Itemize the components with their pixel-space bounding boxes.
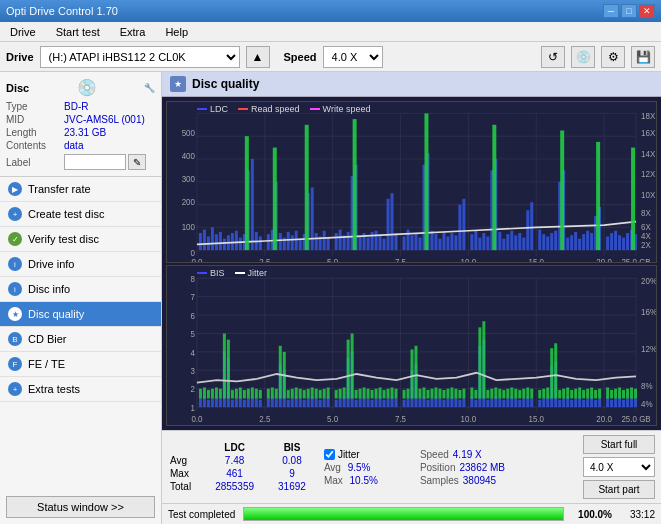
svg-text:2.5: 2.5 — [259, 256, 270, 261]
svg-rect-209 — [367, 398, 370, 407]
svg-rect-330 — [438, 388, 441, 398]
svg-rect-345 — [502, 389, 505, 398]
info-button[interactable]: 💿 — [571, 46, 595, 68]
menu-help[interactable]: Help — [159, 24, 194, 40]
sidebar-item-drive-info[interactable]: i Drive info — [0, 252, 161, 277]
jitter-avg-row: Avg 9.5% — [324, 462, 414, 473]
svg-text:20%: 20% — [641, 275, 656, 286]
label-edit-button[interactable]: ✎ — [128, 154, 146, 170]
svg-rect-358 — [558, 389, 561, 398]
sidebar-item-disc-info[interactable]: i Disc info — [0, 277, 161, 302]
ldc-chart: LDC Read speed Write speed — [166, 101, 657, 263]
save-button[interactable]: 💾 — [631, 46, 655, 68]
svg-rect-228 — [446, 398, 449, 407]
svg-rect-196 — [311, 397, 314, 407]
svg-rect-356 — [550, 348, 553, 398]
svg-rect-211 — [375, 398, 378, 407]
svg-rect-214 — [387, 398, 390, 407]
svg-rect-61 — [387, 199, 390, 250]
svg-rect-39 — [295, 231, 298, 250]
svg-text:10.0: 10.0 — [461, 256, 477, 261]
eject-button[interactable]: ▲ — [246, 46, 270, 68]
svg-rect-44 — [315, 233, 318, 250]
svg-rect-37 — [287, 232, 290, 250]
transfer-rate-label: Transfer rate — [28, 183, 91, 195]
sidebar-item-extra-tests[interactable]: + Extra tests — [0, 377, 161, 402]
menu-extra[interactable]: Extra — [114, 24, 152, 40]
svg-rect-249 — [538, 399, 541, 406]
jitter-checkbox[interactable] — [324, 449, 335, 460]
svg-rect-100 — [554, 231, 557, 250]
svg-rect-276 — [211, 388, 214, 398]
svg-rect-315 — [375, 388, 378, 398]
jitter-legend: Jitter — [235, 268, 268, 278]
svg-text:7.5: 7.5 — [395, 413, 406, 424]
refresh-button[interactable]: ↺ — [541, 46, 565, 68]
sidebar-item-create-test-disc[interactable]: + Create test disc — [0, 202, 161, 227]
svg-text:10.0: 10.0 — [461, 413, 477, 424]
svg-rect-98 — [546, 236, 549, 250]
svg-rect-302 — [319, 389, 322, 398]
drive-info-icon: i — [8, 257, 22, 271]
svg-rect-62 — [391, 193, 394, 250]
menu-start-test[interactable]: Start test — [50, 24, 106, 40]
sidebar-item-cd-bier[interactable]: B CD Bier — [0, 327, 161, 352]
sidebar-item-fe-te[interactable]: F FE / TE — [0, 352, 161, 377]
svg-rect-60 — [383, 239, 386, 250]
svg-rect-125 — [492, 125, 496, 250]
svg-rect-216 — [395, 398, 398, 407]
svg-rect-239 — [494, 397, 497, 407]
sidebar-item-verify-test-disc[interactable]: ✓ Verify test disc — [0, 227, 161, 252]
svg-rect-195 — [307, 398, 310, 407]
svg-rect-280 — [227, 339, 230, 398]
svg-rect-215 — [391, 397, 394, 407]
bis-chart: BIS Jitter — [166, 265, 657, 427]
close-button[interactable]: ✕ — [639, 4, 655, 18]
settings-button[interactable]: ⚙ — [601, 46, 625, 68]
maximize-button[interactable]: □ — [621, 4, 637, 18]
svg-rect-95 — [530, 202, 533, 250]
svg-text:200: 200 — [182, 196, 196, 207]
start-part-button[interactable]: Start part — [583, 480, 655, 499]
start-full-button[interactable]: Start full — [583, 435, 655, 454]
speed-select-small[interactable]: 4.0 X — [583, 457, 655, 477]
read-dot — [238, 108, 248, 110]
sidebar-item-transfer-rate[interactable]: ▶ Transfer rate — [0, 177, 161, 202]
svg-text:12X: 12X — [641, 169, 655, 180]
svg-rect-319 — [391, 387, 394, 398]
svg-rect-78 — [458, 205, 461, 251]
speed-select[interactable]: 4.0 X — [323, 46, 383, 68]
svg-rect-76 — [450, 233, 453, 250]
svg-rect-122 — [305, 125, 309, 250]
svg-rect-264 — [598, 398, 601, 407]
ldc-avg: 7.48 — [203, 454, 266, 467]
minimize-button[interactable]: ─ — [603, 4, 619, 18]
svg-rect-314 — [371, 389, 374, 398]
svg-rect-93 — [522, 238, 525, 251]
svg-rect-349 — [518, 389, 521, 398]
svg-rect-369 — [606, 387, 609, 398]
svg-text:1: 1 — [190, 402, 194, 413]
svg-rect-338 — [474, 389, 477, 398]
svg-rect-199 — [323, 398, 326, 407]
svg-text:8X: 8X — [641, 207, 651, 218]
jitter-legend-label: Jitter — [248, 268, 268, 278]
svg-text:15.0: 15.0 — [528, 256, 544, 261]
drive-select[interactable]: (H:) ATAPI iHBS112 2 CL0K — [40, 46, 240, 68]
svg-rect-281 — [231, 389, 234, 398]
svg-rect-184 — [259, 399, 262, 406]
transfer-rate-icon: ▶ — [8, 182, 22, 196]
svg-rect-80 — [470, 234, 473, 250]
menu-drive[interactable]: Drive — [4, 24, 42, 40]
samples-row: Samples 380945 — [420, 475, 505, 486]
svg-rect-277 — [215, 387, 218, 398]
svg-rect-334 — [454, 388, 457, 398]
status-window-button[interactable]: Status window >> — [6, 496, 155, 518]
sidebar-item-disc-quality[interactable]: ★ Disc quality — [0, 302, 161, 327]
speed-value: 4.19 X — [453, 449, 482, 460]
svg-rect-371 — [614, 388, 617, 398]
label-input[interactable] — [64, 154, 126, 170]
svg-rect-67 — [414, 233, 417, 250]
create-test-disc-icon: + — [8, 207, 22, 221]
svg-rect-57 — [371, 232, 374, 250]
